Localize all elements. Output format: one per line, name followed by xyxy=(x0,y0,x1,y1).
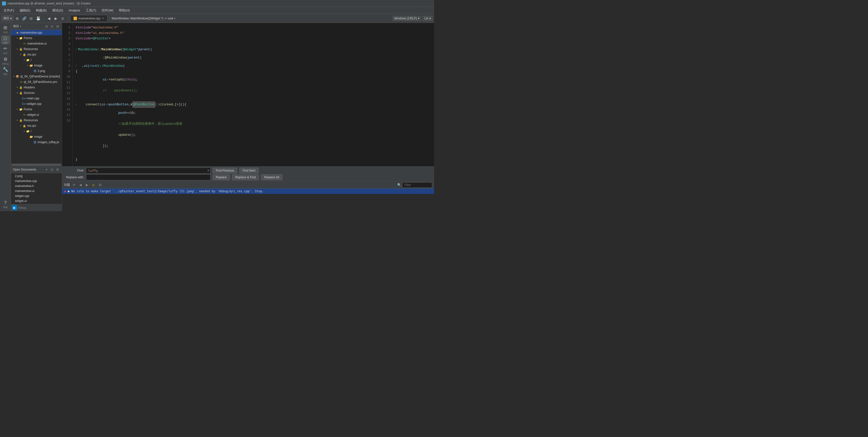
tree-item-pro[interactable]: ⊙ qt_04_QtPaintDevice.pro xyxy=(11,79,62,85)
code-editor[interactable]: 1 2 3 4 5 6 7 8 9 10 11 12 13 14 15 16 1… xyxy=(62,23,434,211)
problems-sync-icon[interactable]: ⟳ xyxy=(71,182,76,188)
project-panel-title: 项目 xyxy=(13,24,19,28)
find-next-btn[interactable]: Find Next xyxy=(239,168,258,174)
problems-filter: 🔍 xyxy=(397,182,432,188)
code-line-14: //如果手动调用绘图事件，那么update更新 xyxy=(75,119,431,130)
find-input[interactable] xyxy=(86,168,211,174)
debug-panel-icon[interactable]: ▶ xyxy=(12,205,17,210)
open-docs-title: Open Documents xyxy=(13,168,36,171)
nav-forward-btn[interactable]: ▶ xyxy=(53,15,59,22)
tree-item-widget-cpp[interactable]: C++ widget.cpp xyxy=(11,101,62,107)
project-sync-icon[interactable]: ⊟ xyxy=(50,24,54,29)
code-line-3: #include <QPainter> xyxy=(75,36,431,41)
find-replace-bar: Find: ✕ Find Previous Find Next Replace … xyxy=(62,166,434,181)
tree-item-res-qrc-1[interactable]: ▾ 🔒 res.qrc xyxy=(11,52,62,57)
problems-warning-icon[interactable]: ⚠ xyxy=(91,182,96,188)
nav-back-btn[interactable]: ◀ xyxy=(45,15,52,22)
problems-down-icon[interactable]: ▶ xyxy=(85,182,90,188)
tree-item-images-luffay[interactable]: 🖼 images_luffay.pr xyxy=(11,139,62,145)
open-docs-dropdown-btn[interactable]: ▾ xyxy=(44,167,49,172)
menu-controls[interactable]: 控件(W) xyxy=(99,7,116,13)
tree-item-main-cpp[interactable]: C++ main.cpp xyxy=(11,96,62,101)
tree-item-forms-2[interactable]: ▾ 📁 Forms xyxy=(11,107,62,112)
find-row: Find: ✕ Find Previous Find Next xyxy=(64,168,432,174)
project-horizontal-scrollbar[interactable] xyxy=(11,163,62,166)
menu-file[interactable]: 文件(F) xyxy=(1,7,17,13)
encoding-dropdown[interactable]: Lin ▾ xyxy=(423,16,433,21)
project-expand-icon[interactable]: ⊠ xyxy=(55,24,60,29)
toolbar: 项目 ▾ ⊞ 🔗 ⊟ 💾 ◀ ▶ ⊙ mainwindow.cpp ✕ Main… xyxy=(0,14,434,23)
tree-item-mainwindow-ui[interactable]: ✏ mainwindow.ui xyxy=(11,41,62,46)
code-line-6: : QMainWindow(parent) xyxy=(75,52,431,63)
sidebar-project-btn[interactable]: 🔧 项目 xyxy=(1,67,10,76)
open-doc-mainwindow-h[interactable]: mainwindow.h xyxy=(11,183,62,189)
sidebar-welcome-btn[interactable]: ⊞ 欢迎 xyxy=(1,25,10,34)
tree-item-root-2[interactable]: ▾ 📁 / xyxy=(11,129,62,134)
code-line-17 xyxy=(75,152,431,157)
replace-btn[interactable]: Replace xyxy=(213,174,230,180)
problems-up-icon[interactable]: ◀ xyxy=(78,182,83,188)
problems-filter-icon[interactable]: ⊞ xyxy=(97,182,102,188)
menu-debug[interactable]: 调试(D) xyxy=(50,7,66,13)
sidebar-help-btn[interactable]: ? 帮助 xyxy=(1,200,10,209)
tree-item-resources-2[interactable]: ▾ 🔒 Resources xyxy=(11,117,62,123)
replace-find-btn[interactable]: Replace & Find xyxy=(232,174,259,180)
find-previous-btn[interactable]: Find Previous xyxy=(213,168,237,174)
menu-help[interactable]: 帮助(H) xyxy=(116,7,132,13)
active-file-tab[interactable]: mainwindow.cpp ✕ xyxy=(70,15,107,22)
code-line-1: #include "mainwindow.h" xyxy=(75,25,431,30)
tree-item-image-2[interactable]: 📂 image xyxy=(11,134,62,139)
tree-item-qt04-project[interactable]: ▾ 📦 qt_04_QtPaintDevice [master] xyxy=(11,74,62,79)
tree-item-sources[interactable]: ▾ 🔒 Sources xyxy=(11,90,62,96)
line-ending-dropdown[interactable]: Windows (CRLF) ▾ xyxy=(393,16,421,21)
tree-item-res-qrc-2[interactable]: ▾ 🔒 res.qrc xyxy=(11,123,62,129)
find-label: Find: xyxy=(64,169,84,172)
window-title: mainwindow.cpp @ qPainter_event_test1 [m… xyxy=(7,2,91,5)
project-panel-header: 项目 ▾ ⊞ ⊟ ⊠ xyxy=(11,23,62,30)
find-clear-btn[interactable]: ✕ xyxy=(207,169,210,172)
project-filter-icon[interactable]: ⊞ xyxy=(44,24,49,29)
cpp-file-icon xyxy=(73,17,77,20)
panel-dropdown[interactable]: 项目 ▾ xyxy=(1,15,13,21)
code-content[interactable]: #include "mainwindow.h" #include "ui_mai… xyxy=(72,23,434,166)
problems-filter-input[interactable] xyxy=(402,182,432,188)
sidebar-design-btn[interactable]: ✏ 设计 xyxy=(1,46,10,55)
open-doc-2png[interactable]: 2.png xyxy=(11,174,62,178)
toolbar-save-btn[interactable]: 💾 xyxy=(35,15,41,22)
code-line-18: } xyxy=(75,157,431,162)
error-icon: ● xyxy=(64,189,66,193)
open-docs-header: Open Documents ▾ ⊟ ⊠ xyxy=(11,166,62,173)
filter-search-icon: 🔍 xyxy=(397,183,401,187)
tree-item-widget-ui[interactable]: ✏ widget.ui xyxy=(11,112,62,117)
replace-all-btn[interactable]: Replace All xyxy=(261,174,282,180)
toolbar-link-btn[interactable]: 🔗 xyxy=(21,15,27,22)
menu-build[interactable]: 构建(B) xyxy=(33,7,49,13)
menu-analyze[interactable]: Analyze xyxy=(66,8,83,13)
tree-item-image-1[interactable]: ▾ 📂 Image xyxy=(11,63,62,68)
replace-input[interactable] xyxy=(86,174,211,180)
open-doc-mainwindow-cpp[interactable]: mainwindow.cpp xyxy=(11,178,62,183)
error-row-1[interactable]: ● ● No rule to make target '../qPainter_… xyxy=(62,189,434,194)
menu-edit[interactable]: 编辑(E) xyxy=(17,7,33,13)
menu-tools[interactable]: 工具(T) xyxy=(83,7,99,13)
tree-item-resources-1[interactable]: ▾ 🔒 Resources xyxy=(11,46,62,52)
toolbar-layout-btn[interactable]: ⊟ xyxy=(28,15,34,22)
nav-bookmark-btn[interactable]: ⊙ xyxy=(60,15,66,22)
tree-item-2png[interactable]: 🖼 2.png xyxy=(11,68,62,74)
sidebar-edit-btn[interactable]: ◻ 编辑 xyxy=(1,35,10,44)
code-area[interactable]: 1 2 3 4 5 6 7 8 9 10 11 12 13 14 15 16 1… xyxy=(62,23,434,166)
tree-item-mainwindow-cpp[interactable]: ■ mainwindow.cpp xyxy=(11,30,62,35)
sidebar-debug-btn[interactable]: ⚙ Debug xyxy=(1,56,10,65)
tree-item-forms-1[interactable]: ▾ 📁 Forms xyxy=(11,35,62,41)
tree-item-root-1[interactable]: ▾ 📁 / xyxy=(11,57,62,63)
open-docs-layout-btn[interactable]: ⊟ xyxy=(50,167,54,172)
open-docs-expand-btn[interactable]: ⊠ xyxy=(55,167,60,172)
project-tree[interactable]: ■ mainwindow.cpp ▾ 📁 Forms ✏ mainwindow.… xyxy=(11,30,62,163)
toolbar-panel-section: 项目 ▾ ⊞ 🔗 ⊟ 💾 xyxy=(1,15,41,22)
open-doc-mainwindow-ui[interactable]: mainwindow.ui xyxy=(11,189,62,194)
open-doc-widget-ui[interactable]: widget.ui xyxy=(11,198,62,203)
toolbar-filter-btn[interactable]: ⊞ xyxy=(14,15,21,22)
tree-item-headers[interactable]: ▾ 🔒 Headers xyxy=(11,85,62,90)
tab-close-btn[interactable]: ✕ xyxy=(102,17,104,20)
open-doc-widget-cpp[interactable]: widget.cpp xyxy=(11,194,62,198)
